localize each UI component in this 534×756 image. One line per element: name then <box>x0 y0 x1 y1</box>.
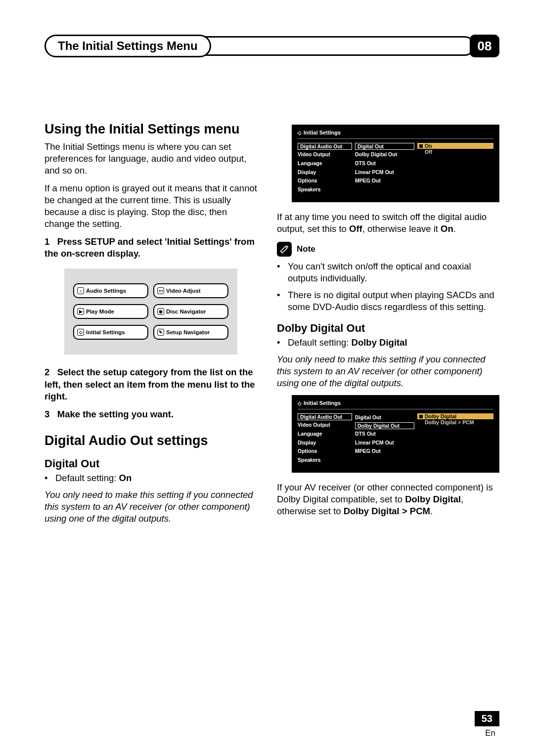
intro-paragraph-1: The Initial Settings menu is where you c… <box>44 141 257 177</box>
osd-digital-out: ◇Initial Settings Digital Audio Out Vide… <box>292 125 499 202</box>
step-1: 1 Press SETUP and select 'Initial Settin… <box>44 236 257 260</box>
osd-cat-display: Display <box>298 439 352 447</box>
section-title: The Initial Settings Menu <box>44 35 211 57</box>
monitor-icon: ▭ <box>157 287 164 294</box>
wrench-icon: ✎ <box>157 329 164 336</box>
step-1-number: 1 <box>44 236 49 247</box>
diamond-icon: ◇ <box>298 400 302 406</box>
heading-using-initial-settings: Using the Initial Settings menu <box>44 122 257 137</box>
note-header: Note <box>277 242 499 257</box>
osd-cat-language: Language <box>298 430 352 439</box>
osd-item-dolby-digital-out: Dolby Digital Out <box>355 150 414 159</box>
speaker-icon: ♪ <box>77 287 84 294</box>
osd-title: Initial Settings <box>304 130 341 135</box>
dolby-note: You only need to make this setting if yo… <box>277 354 499 389</box>
step-2-text: Select the setup category from the list … <box>44 367 255 401</box>
play-icon: ▶ <box>77 308 84 315</box>
diamond-icon: ◇ <box>298 130 302 135</box>
osd-cat-digital-audio-out: Digital Audio Out <box>298 413 352 420</box>
osd-item-mpeg-out: MPEG Out <box>355 447 414 456</box>
heading-digital-audio-out: Digital Audio Out settings <box>44 433 257 448</box>
diamond-icon: ◇ <box>77 329 84 336</box>
digital-out-note: You only need to make this setting if yo… <box>44 489 257 525</box>
note-bullet-2: •There is no digital output when playing… <box>277 289 499 313</box>
osd-cat-speakers: Speakers <box>298 456 352 465</box>
right-column: ◇Initial Settings Digital Audio Out Vide… <box>277 122 499 531</box>
osd-cat-language: Language <box>298 159 352 168</box>
digital-out-default: • Default setting: On <box>44 472 257 484</box>
dolby-explanation: If your AV receiver (or other connected … <box>277 482 499 517</box>
osd-cat-display: Display <box>298 168 352 177</box>
osd-item-digital-out: Digital Out <box>355 143 414 150</box>
step-1-text: Press SETUP and select 'Initial Settings… <box>44 236 255 259</box>
osd-value-off: Off <box>417 149 493 155</box>
osd-cat-speakers: Speakers <box>298 185 352 194</box>
osd-value-dolby-pcm: Dolby Digital > PCM <box>417 419 493 425</box>
menu-initial-settings: ◇Initial Settings <box>73 325 148 340</box>
step-3-text: Make the setting you want. <box>57 409 174 419</box>
osd-cat-video-output: Video Output <box>298 421 352 430</box>
step-3-number: 3 <box>44 409 49 419</box>
osd-item-linear-pcm-out: Linear PCM Out <box>355 168 414 177</box>
osd-value-dolby-digital: Dolby Digital <box>417 413 493 419</box>
menu-play-mode: ▶Play Mode <box>73 304 148 319</box>
subheading-dolby-digital-out: Dolby Digital Out <box>277 322 499 335</box>
left-column: Using the Initial Settings menu The Init… <box>44 122 257 531</box>
osd-item-mpeg-out: MPEG Out <box>355 177 414 185</box>
page-number: 53 <box>475 711 499 726</box>
menu-setup-navigator: ✎Setup Navigator <box>153 325 228 340</box>
pencil-icon <box>277 242 292 257</box>
osd-cat-options: Options <box>298 177 352 185</box>
osd-cat-video-output: Video Output <box>298 150 352 159</box>
step-2-number: 2 <box>44 367 49 377</box>
note-label: Note <box>297 244 315 254</box>
menu-audio-settings: ♪Audio Settings <box>73 283 148 298</box>
digital-out-explanation: If at any time you need to switch off th… <box>277 211 499 235</box>
osd-item-dolby-digital-out: Dolby Digital Out <box>355 422 414 429</box>
osd-item-digital-out: Digital Out <box>355 413 414 422</box>
osd-item-dts-out: DTS Out <box>355 430 414 439</box>
header-rule <box>201 36 475 56</box>
osd-value-on: On <box>417 143 493 149</box>
osd-item-linear-pcm-out: Linear PCM Out <box>355 439 414 447</box>
osd-cat-options: Options <box>298 447 352 456</box>
intro-paragraph-2: If a menu option is grayed out it means … <box>44 182 257 230</box>
note-bullet-1: •You can't switch on/off the optical and… <box>277 261 499 284</box>
menu-disc-navigator: ◉Disc Navigator <box>153 304 228 319</box>
menu-video-adjust: ▭Video Adjust <box>153 283 228 298</box>
osd-title: Initial Settings <box>304 400 341 406</box>
osd-item-dts-out: DTS Out <box>355 159 414 168</box>
chapter-badge: 08 <box>470 35 499 57</box>
disc-icon: ◉ <box>157 308 164 315</box>
dolby-default: • Default setting: Dolby Digital <box>277 337 499 349</box>
subheading-digital-out: Digital Out <box>44 457 257 470</box>
osd-main-menu: ♪Audio Settings ▭Video Adjust ▶Play Mode… <box>64 268 237 355</box>
osd-dolby-digital-out: ◇Initial Settings Digital Audio Out Vide… <box>292 395 499 473</box>
page-header: The Initial Settings Menu 08 <box>44 35 499 57</box>
page-language: En <box>485 728 495 738</box>
step-2: 2 Select the setup category from the lis… <box>44 366 257 402</box>
osd-cat-digital-audio-out: Digital Audio Out <box>298 143 352 150</box>
step-3: 3 Make the setting you want. <box>44 408 257 420</box>
